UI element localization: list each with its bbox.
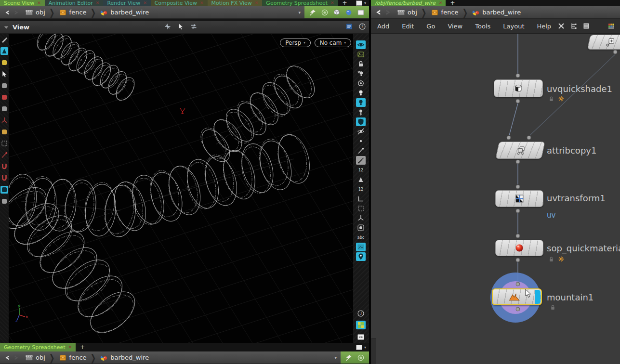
partial-node[interactable] (587, 35, 620, 50)
tab-close-icon[interactable]: ✕ (96, 0, 100, 6)
forward-arrow-icon[interactable] (13, 354, 20, 361)
help-icon[interactable]: ? (358, 23, 366, 30)
linked-group-icon[interactable] (357, 354, 365, 362)
display-flag[interactable] (535, 290, 541, 304)
tab-obj-fence-barbed-wire[interactable]: /obj/fence/barbed_wire✕ (371, 0, 446, 6)
menu-layout[interactable]: Layout (497, 23, 530, 30)
node-attribcopy1[interactable] (495, 142, 545, 159)
pane-menu-icon[interactable] (3, 24, 10, 31)
select-arrow-icon[interactable] (0, 70, 8, 78)
menu-go[interactable]: Go (420, 23, 441, 30)
linked-group-icon[interactable] (321, 9, 329, 16)
shade-cube-icon[interactable] (333, 9, 341, 16)
node-connector-dot[interactable] (516, 99, 520, 104)
point-numbers-icon[interactable]: 12 (356, 166, 366, 174)
corner-angle-icon[interactable] (356, 195, 366, 203)
gear-icon[interactable] (558, 95, 565, 102)
node-connector-dot[interactable] (613, 50, 618, 54)
breadcrumb-obj[interactable]: obj (24, 8, 46, 16)
node-connector-dot[interactable] (516, 209, 520, 213)
shadow-lights-icon[interactable] (356, 108, 366, 117)
breadcrumb-fence[interactable]: fence (58, 353, 88, 362)
pick-pointer-icon[interactable] (356, 156, 366, 165)
camera-select-button[interactable]: No cam▾ (315, 39, 351, 47)
character-tool-icon[interactable] (0, 128, 8, 136)
lock-icon[interactable] (548, 96, 554, 102)
path-dropdown-icon[interactable]: ▾ (294, 10, 304, 15)
pin-icon[interactable] (345, 354, 353, 362)
view-options-eye-icon[interactable] (356, 333, 366, 341)
tab-motion-fx-view[interactable]: Motion FX View✕ (208, 0, 263, 6)
tab-animation-editor[interactable]: Animation Editor✕ (45, 0, 104, 6)
magnet-alt-icon[interactable] (0, 174, 8, 182)
white-swatch-icon[interactable] (356, 0, 362, 6)
tab-close-icon[interactable]: ✕ (438, 0, 442, 6)
node-label-uvquickshade1[interactable]: uvquickshade1 (547, 84, 612, 94)
snap-grid-icon[interactable] (0, 140, 8, 147)
pencil-tool-icon[interactable] (0, 36, 8, 43)
back-arrow-icon[interactable] (3, 354, 10, 361)
view-pane-icon[interactable] (0, 197, 8, 205)
menu-tools[interactable]: Tools (469, 23, 497, 30)
viewport-3d[interactable]: Persp▾ No cam▾ y x z (9, 34, 353, 343)
node-label-attribcopy1[interactable]: attribcopy1 (547, 145, 596, 156)
node-uvtransform1[interactable] (495, 190, 543, 207)
breadcrumb-fence[interactable]: fence (58, 8, 88, 16)
menu-help[interactable]: Help (530, 23, 557, 30)
node-connector-dot[interactable] (516, 258, 520, 262)
text-abc-icon[interactable]: abc (356, 233, 366, 242)
breadcrumb-barbed-wire[interactable]: barbed_wire (99, 8, 150, 16)
visibility-eye-icon[interactable] (356, 40, 366, 49)
point-dot-icon[interactable] (356, 137, 366, 145)
lock-camera-icon[interactable] (356, 60, 366, 68)
info-icon[interactable]: i (356, 309, 366, 318)
select-tool-icon[interactable] (177, 23, 185, 30)
tab-render-view[interactable]: Render View✕ (103, 0, 150, 6)
breadcrumb-fence[interactable]: fence (430, 8, 460, 16)
network-scrollbar[interactable] (371, 338, 376, 364)
forward-arrow-icon[interactable] (13, 9, 20, 16)
blank-swatch-icon[interactable] (357, 9, 365, 16)
view-tool-icon[interactable] (164, 23, 171, 30)
tab-close-icon[interactable]: ✕ (37, 0, 41, 6)
node-mountain1[interactable] (492, 288, 542, 305)
breadcrumb-obj[interactable]: obj (24, 353, 46, 362)
translate-tool-icon[interactable] (0, 82, 8, 90)
node-connector-dot[interactable] (516, 74, 520, 78)
node-connector-dot[interactable] (527, 136, 531, 140)
tab-close-icon[interactable]: ✕ (200, 0, 204, 6)
pin-icon[interactable] (309, 9, 317, 16)
white-swatch-icon[interactable] (356, 345, 362, 350)
node-connector-dot[interactable] (516, 282, 520, 286)
node-sop-quickmaterial[interactable] (495, 240, 543, 256)
origin-pin-icon[interactable] (356, 252, 366, 261)
breadcrumb-barbed-wire[interactable]: barbed_wire (471, 8, 522, 16)
tabbar-dropdown-icon[interactable]: ▾ (364, 345, 366, 350)
breadcrumb-obj[interactable]: obj (396, 8, 418, 16)
grid-icon[interactable] (356, 321, 366, 329)
tree-view-icon[interactable] (570, 22, 578, 30)
network-canvas[interactable]: uvquickshade1 attribcopy1 (371, 34, 620, 364)
node-label-sop-quickmaterial[interactable]: sop_quickmaterial (547, 243, 620, 253)
menu-add[interactable]: Add (371, 23, 396, 30)
lock-icon[interactable] (548, 256, 554, 262)
path-dropdown-icon[interactable]: ▾ (330, 355, 341, 360)
node-connector-dot[interactable] (516, 160, 520, 164)
node-connector-dot[interactable] (507, 136, 511, 140)
magnet-icon[interactable] (0, 163, 8, 170)
gear-icon[interactable] (558, 256, 565, 262)
tab-geometry-spreadsheet[interactable]: Geometry Spreadsheet✕ (0, 343, 76, 351)
tabbar-dropdown-icon[interactable]: ▾ (364, 1, 366, 5)
tab-close-icon[interactable]: ✕ (68, 345, 72, 350)
persp-view-button[interactable]: Persp▾ (280, 39, 311, 47)
tools-icon[interactable] (557, 22, 565, 30)
normal-lights-icon[interactable] (356, 89, 366, 97)
tab-close-icon[interactable]: ✕ (255, 0, 259, 6)
snap-curve-icon[interactable] (0, 151, 8, 159)
background-image-icon[interactable] (356, 243, 366, 251)
primitive-circle-square-icon[interactable] (356, 223, 366, 232)
hide-geometry-eye-slash-icon[interactable] (356, 127, 366, 136)
breadcrumb-barbed-wire[interactable]: barbed_wire (99, 353, 150, 362)
vector-fan-icon[interactable] (356, 214, 366, 222)
back-arrow-icon[interactable] (374, 9, 382, 16)
